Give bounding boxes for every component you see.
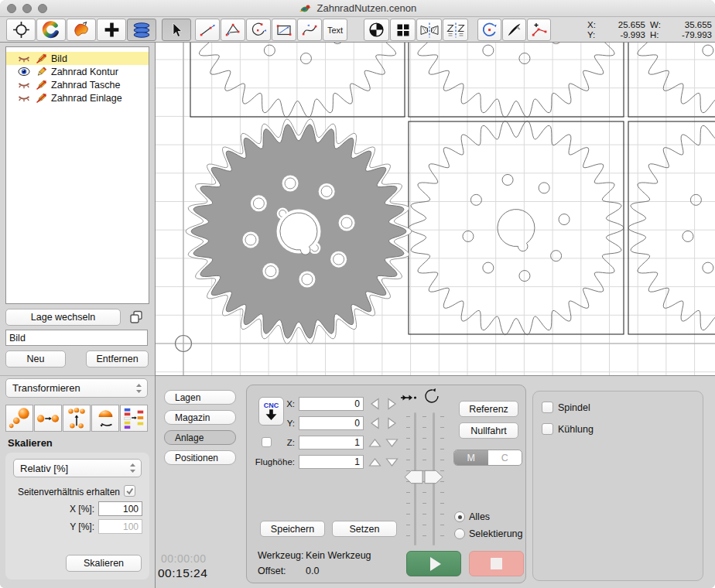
spindel-checkbox[interactable] xyxy=(542,402,553,413)
web-mark-tool[interactable] xyxy=(364,19,389,41)
scale-x-field[interactable] xyxy=(98,501,142,516)
text-tool[interactable]: Text xyxy=(323,19,347,41)
stepper-right[interactable] xyxy=(385,416,399,430)
stepper-left[interactable] xyxy=(368,397,382,411)
duplicate-layer-button[interactable] xyxy=(124,309,149,326)
axis-value-field[interactable] xyxy=(299,397,364,411)
stepper-up[interactable] xyxy=(368,436,382,450)
polyline-tool[interactable] xyxy=(221,19,245,41)
pencil-locked-icon[interactable] xyxy=(34,53,48,64)
gear-contour[interactable] xyxy=(628,43,715,118)
selection-tool[interactable] xyxy=(162,19,191,41)
kuehlung-checkbox[interactable] xyxy=(542,423,553,435)
eye-closed-icon[interactable] xyxy=(17,80,31,90)
add-point-tool[interactable] xyxy=(527,19,551,41)
mirror-vertical-icon xyxy=(446,22,466,39)
cnc-tab-lagen[interactable]: Lagen xyxy=(164,390,236,405)
crosshair-icon xyxy=(12,21,30,39)
set-position-button[interactable]: Setzen xyxy=(332,521,397,537)
gear-contour[interactable] xyxy=(628,121,715,334)
keep-ratio-checkbox[interactable] xyxy=(124,485,135,497)
origin-crosshair-tool[interactable] xyxy=(6,19,36,41)
referenz-button[interactable]: Referenz xyxy=(459,401,518,417)
canvas-svg xyxy=(156,43,715,375)
move-spheres-icon xyxy=(36,406,60,430)
panel-mode-select[interactable]: Transformieren xyxy=(5,378,148,398)
gear-image-filled[interactable] xyxy=(186,119,412,344)
cnc-tab-anlage[interactable]: Anlage xyxy=(164,430,236,445)
stepper-down[interactable] xyxy=(385,455,399,469)
text-tool-label: Text xyxy=(327,26,343,35)
new-layer-label: Neu xyxy=(27,354,45,364)
cnc-tab-positionen[interactable]: Positionen xyxy=(164,450,236,465)
gear-contour[interactable] xyxy=(190,43,405,118)
layer-list[interactable]: BildZahnrad KonturZahnrad TascheZahnrad … xyxy=(5,46,149,304)
layer-list-item[interactable]: Zahnrad Tasche xyxy=(6,78,149,91)
pencil-locked-icon[interactable] xyxy=(34,80,48,91)
cnc-tab-magazin[interactable]: Magazin xyxy=(164,410,236,425)
segment-m[interactable]: M xyxy=(454,450,488,465)
line-tool[interactable] xyxy=(195,19,220,41)
knife-tool[interactable] xyxy=(502,19,526,41)
stepper-left[interactable] xyxy=(368,416,382,430)
axis-value-field[interactable] xyxy=(299,455,364,469)
segment-c[interactable]: C xyxy=(488,450,522,465)
layer-list-item[interactable]: Zahnrad Einlage xyxy=(6,91,149,104)
apply-scale-button[interactable]: Skalieren xyxy=(66,555,142,572)
fill-color-tool[interactable] xyxy=(67,19,96,41)
radio-icon[interactable] xyxy=(454,528,465,539)
remove-layer-button[interactable]: Entfernen xyxy=(86,350,149,368)
paint-splash-icon xyxy=(72,21,91,39)
nullfahrt-button[interactable]: Nullfahrt xyxy=(459,422,518,439)
layer-list-item[interactable]: Bild xyxy=(6,52,149,65)
layer-name-field[interactable] xyxy=(5,330,148,346)
transform-move-tool[interactable] xyxy=(34,405,62,432)
mirror-horizontal-tool[interactable] xyxy=(416,19,442,41)
eye-open-icon[interactable] xyxy=(17,67,31,77)
eye-closed-icon[interactable] xyxy=(17,93,31,103)
axis-value-field[interactable] xyxy=(299,436,364,450)
feed-slider-handle[interactable] xyxy=(404,470,423,484)
pencil-locked-icon[interactable] xyxy=(34,93,48,104)
save-position-button[interactable]: Speichern xyxy=(260,521,325,537)
start-job-button[interactable] xyxy=(406,551,461,576)
panel-mode-value: Transformieren xyxy=(12,382,80,394)
transform-distribute-tool[interactable] xyxy=(63,405,91,432)
stop-job-button[interactable] xyxy=(469,551,524,576)
scope-option-label: Selektierung xyxy=(469,528,523,539)
transform-recolor-tool[interactable] xyxy=(120,405,148,432)
new-layer-button[interactable]: Neu xyxy=(5,350,66,368)
gear-contour[interactable] xyxy=(409,43,624,118)
axis-value-field[interactable] xyxy=(299,416,364,430)
layers-tool[interactable] xyxy=(127,19,156,41)
spline-tool[interactable] xyxy=(297,19,322,41)
polyline-icon xyxy=(224,22,242,39)
eye-closed-icon[interactable] xyxy=(17,53,31,63)
scope-option-selektierung[interactable]: Selektierung xyxy=(454,528,523,539)
arc-tool[interactable] xyxy=(246,19,271,41)
transform-rotate-tool[interactable] xyxy=(91,405,119,432)
rotation-speed-icon xyxy=(423,388,442,405)
pencil-icon[interactable] xyxy=(34,67,48,77)
speed-slider-handle[interactable] xyxy=(424,470,443,484)
scale-unit-select[interactable]: Relativ [%] xyxy=(13,459,142,477)
layer-name: Zahnrad Tasche xyxy=(51,80,120,91)
rotate-tool[interactable] xyxy=(477,19,501,41)
move-tool[interactable] xyxy=(97,19,126,41)
rectangle-tool[interactable] xyxy=(272,19,296,41)
layer-list-item[interactable]: Zahnrad Kontur xyxy=(6,65,149,78)
switch-layer-button[interactable]: Lage wechseln xyxy=(5,309,121,326)
scale-y-field[interactable] xyxy=(98,519,142,534)
color-rotation-tool[interactable] xyxy=(36,19,66,41)
stepper-down[interactable] xyxy=(385,436,399,450)
sinking-tool[interactable] xyxy=(390,19,416,41)
layer-name: Bild xyxy=(51,53,67,64)
stepper-right[interactable] xyxy=(385,397,399,411)
stepper-up[interactable] xyxy=(368,455,382,469)
radio-selected-icon[interactable] xyxy=(454,511,465,522)
scope-option-alles[interactable]: Alles xyxy=(454,511,490,522)
transform-scale-tool[interactable] xyxy=(5,405,33,432)
gear-contour[interactable] xyxy=(409,121,624,334)
drawing-canvas[interactable] xyxy=(156,43,715,375)
mirror-vertical-tool[interactable] xyxy=(443,19,468,41)
